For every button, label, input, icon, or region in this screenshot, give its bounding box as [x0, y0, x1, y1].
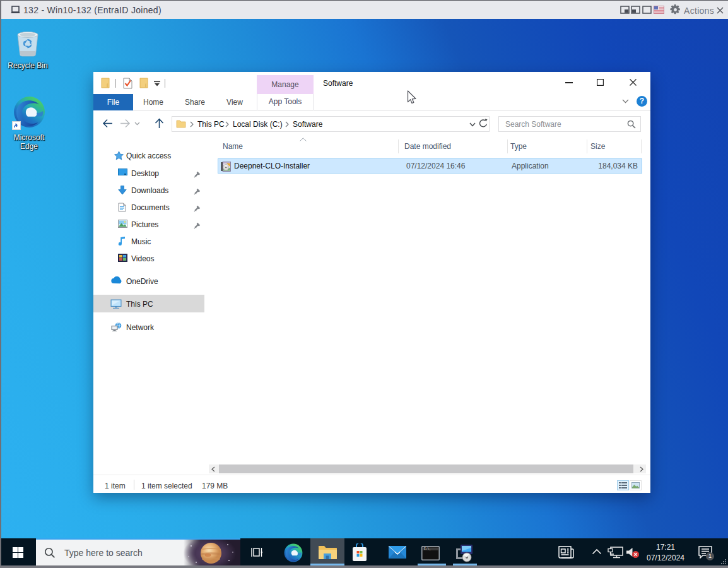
svg-text:C:\_: C:\_ [424, 547, 431, 550]
